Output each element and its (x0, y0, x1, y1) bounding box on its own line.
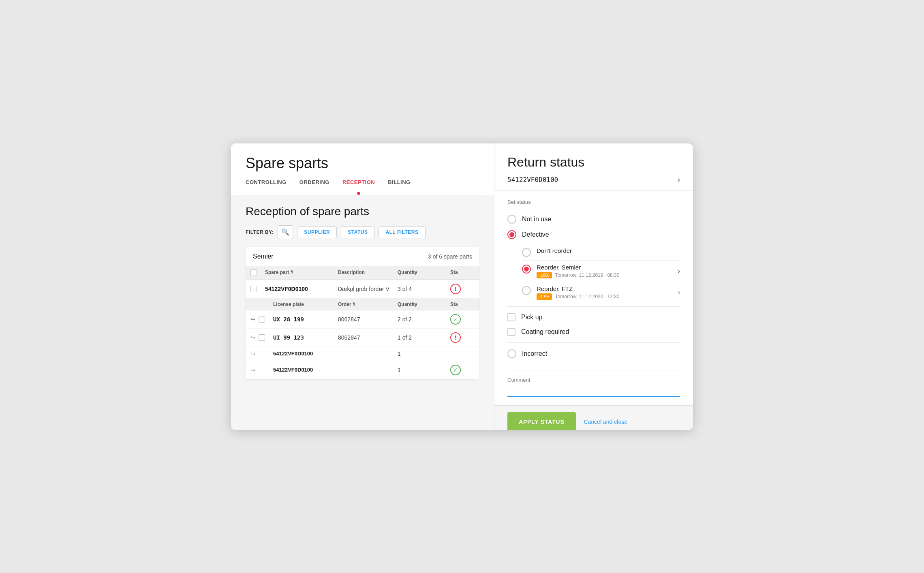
sub-radio-reorder-ftz[interactable]: Reorder, FTZ -17% Tomorrow, 11.12.2020 ·… (522, 282, 680, 303)
sub-radio-dont-reorder-btn[interactable] (522, 248, 531, 257)
sub-options: Don't reorder Reorder, Semler -10% Tomor… (522, 244, 680, 303)
radio-incorrect-button[interactable] (507, 349, 516, 358)
reorder-ftz-discount: -17% (537, 293, 552, 300)
comment-input[interactable] (507, 386, 680, 397)
header-checkbox-cell (250, 269, 265, 276)
supplier-row: Semler 3 of 6 spare parts (246, 247, 479, 266)
sub-row-checkbox[interactable] (259, 316, 265, 323)
license-plate: UI 99 123 (273, 334, 338, 341)
extra-row[interactable]: ↪ 54122VF0D0100 1 ✓ (246, 361, 479, 379)
left-panel: Spare sparts CONTROLLING ORDERING RECEPT… (231, 143, 494, 430)
apply-status-button[interactable]: APPLY STATUS (507, 412, 576, 430)
radio-incorrect[interactable]: Incorrect (507, 346, 680, 361)
sub-radio-dont-reorder-content: Don't reorder (537, 247, 680, 254)
all-filters-button[interactable]: ALL FILTERS (379, 226, 425, 238)
header-description: Description (338, 269, 398, 276)
license-plate: UX 28 199 (273, 316, 338, 323)
sub-table-row[interactable]: ↪ UI 99 123 8062847 1 of 2 ! (246, 329, 479, 347)
sub-radio-reorder-ftz-detail: -17% Tomorrow, 11.12.2020 · 12:30 (537, 293, 672, 300)
reorder-semler-discount: -10% (537, 272, 552, 278)
sub-row-arrow: ↪ (250, 367, 259, 373)
left-header: Spare sparts CONTROLLING ORDERING RECEPT… (231, 143, 494, 195)
sub-radio-dont-reorder[interactable]: Don't reorder (522, 244, 680, 261)
right-body: Set status Not in use Defective Don (494, 191, 693, 405)
sub-header-qty: Quantity (398, 301, 450, 307)
part-id: 54122VF0D0100 (507, 176, 558, 184)
right-header: Return status 54122VF0D0100 › (494, 143, 693, 191)
status-icon-green: ✓ (450, 314, 461, 325)
tab-billing[interactable]: BILLING (388, 179, 411, 189)
status-icon-red: ! (450, 332, 461, 343)
extra-row[interactable]: ↪ 54122VF0D0100 1 (246, 347, 479, 361)
sub-radio-reorder-semler-detail: -10% Tomorrow, 11.12.2019 · 08:30 (537, 272, 672, 278)
extra-part-id: 54122VF0D0100 (273, 351, 338, 357)
part-id-row: 54122VF0D0100 › (507, 175, 680, 184)
tab-ordering[interactable]: ORDERING (299, 179, 329, 189)
search-button[interactable]: 🔍 (278, 225, 293, 239)
order-number: 8062847 (338, 316, 398, 323)
pickup-checkbox[interactable] (507, 313, 515, 321)
tab-controlling[interactable]: CONTROLLING (246, 179, 287, 189)
radio-defective-button[interactable] (507, 230, 516, 239)
status-icon-red: ! (450, 284, 461, 294)
reorder-ftz-chevron[interactable]: › (678, 289, 680, 296)
comment-label: Comment (507, 377, 680, 383)
divider-2 (507, 342, 680, 343)
part-id-chevron[interactable]: › (678, 175, 680, 184)
radio-not-in-use-button[interactable] (507, 215, 516, 224)
sub-radio-reorder-ftz-btn[interactable] (522, 286, 531, 295)
sub-table-row[interactable]: ↪ UX 28 199 8062847 2 of 2 ✓ (246, 310, 479, 329)
reorder-ftz-date: Tomorrow, 11.12.2020 · 12:30 (555, 294, 620, 299)
coating-checkbox[interactable] (507, 328, 515, 336)
set-status-label: Set status (507, 199, 680, 205)
extra-part-id: 54122VF0D0100 (273, 367, 338, 373)
sub-status: ! (450, 332, 475, 343)
reorder-semler-date: Tomorrow, 11.12.2019 · 08:30 (555, 272, 620, 278)
sub-table-header: License plate Order # Quantity Sta (246, 299, 479, 310)
radio-incorrect-label: Incorrect (522, 350, 547, 357)
radio-defective-inner (509, 232, 514, 237)
row-checkbox[interactable] (250, 286, 257, 292)
header-status: Sta (450, 269, 475, 276)
radio-defective-label: Defective (522, 231, 549, 238)
sub-radio-reorder-semler-content: Reorder, Semler -10% Tomorrow, 11.12.201… (537, 264, 672, 278)
table-row[interactable]: 54122VF0D0100 Dækpl greb fordør V 3 of 4… (246, 280, 479, 299)
sub-header-license: License plate (273, 301, 338, 307)
divider (507, 306, 680, 307)
extra-quantity: 1 (398, 351, 450, 357)
sub-row-arrow: ↪ (250, 316, 259, 323)
sub-radio-dont-reorder-title: Don't reorder (537, 247, 680, 254)
sub-header-sta: Sta (450, 301, 475, 307)
checkbox-coating-required[interactable]: Coating required (507, 325, 680, 339)
filter-label: FILTER BY: (246, 229, 274, 235)
left-content: Reception of spare parts FILTER BY: 🔍 SU… (231, 195, 494, 430)
right-footer: APPLY STATUS Cancel and close (494, 405, 693, 430)
header-quantity: Quantity (398, 269, 450, 276)
nav-tabs: CONTROLLING ORDERING RECEPTION BILLING (246, 179, 479, 189)
right-panel: Return status 54122VF0D0100 › Set status… (494, 143, 693, 430)
header-checkbox[interactable] (250, 269, 257, 276)
sub-radio-reorder-ftz-content: Reorder, FTZ -17% Tomorrow, 11.12.2020 ·… (537, 285, 672, 300)
sub-header-arrow (250, 301, 259, 307)
radio-not-in-use[interactable]: Not in use (507, 212, 680, 227)
checkbox-pick-up[interactable]: Pick up (507, 310, 680, 325)
sub-status: ✓ (450, 314, 475, 325)
app-container: Spare sparts CONTROLLING ORDERING RECEPT… (231, 143, 693, 430)
order-number: 8062847 (338, 334, 398, 341)
status-icon-green: ✓ (450, 365, 461, 375)
pickup-label: Pick up (521, 314, 542, 321)
reorder-semler-chevron[interactable]: › (678, 267, 680, 275)
tab-reception[interactable]: RECEPTION (342, 179, 375, 189)
cancel-button[interactable]: Cancel and close (584, 419, 627, 425)
sub-radio-reorder-semler-inner (524, 267, 529, 272)
radio-defective[interactable]: Defective (507, 227, 680, 242)
sub-radio-reorder-semler[interactable]: Reorder, Semler -10% Tomorrow, 11.12.201… (522, 261, 680, 282)
sub-row-checkbox-cell (259, 316, 273, 323)
sub-radio-reorder-semler-btn[interactable] (522, 265, 531, 274)
supplier-filter-button[interactable]: SUPPLIER (297, 226, 337, 238)
status-filter-button[interactable]: STATUS (341, 226, 374, 238)
sub-header-order: Order # (338, 301, 398, 307)
section-title: Reception of spare parts (246, 205, 479, 218)
sub-quantity: 2 of 2 (398, 316, 450, 323)
sub-row-checkbox[interactable] (259, 334, 265, 341)
